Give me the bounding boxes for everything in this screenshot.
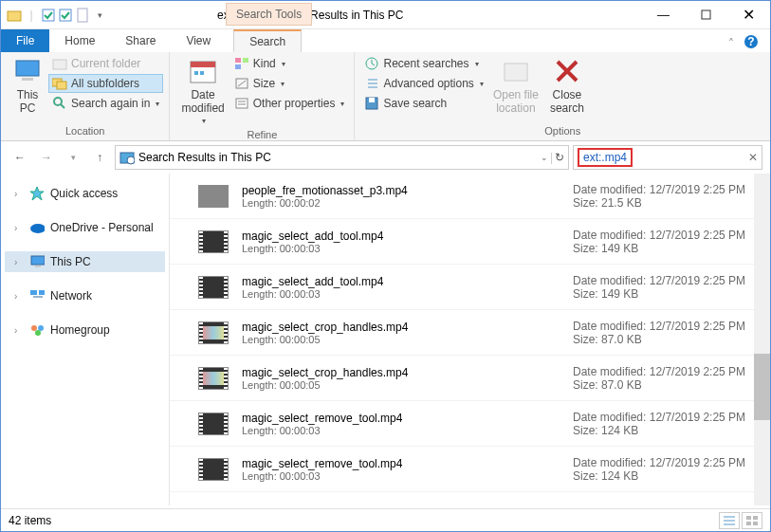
all-subfolders-button[interactable]: All subfolders — [48, 74, 163, 93]
checkbox-icon[interactable] — [41, 8, 56, 23]
result-row[interactable]: magic_select_add_tool.mp4Length: 00:00:0… — [170, 219, 770, 265]
tab-home[interactable]: Home — [49, 29, 110, 52]
checkbox-icon-2[interactable] — [58, 8, 73, 23]
result-meta: Date modified: 12/7/2019 2:25 PMSize: 14… — [573, 274, 762, 301]
this-pc-button[interactable]: This PC — [7, 54, 48, 117]
collapse-ribbon-icon[interactable]: ˄ — [728, 37, 734, 50]
maximize-button[interactable] — [685, 1, 727, 28]
file-name: magic_select_add_tool.mp4 — [242, 275, 573, 288]
sidebar-item-quick-access[interactable]: ›Quick access — [5, 183, 165, 204]
pc-icon — [29, 254, 45, 269]
file-length: Length: 00:00:03 — [242, 243, 573, 254]
tab-view[interactable]: View — [171, 29, 226, 52]
folders-icon — [52, 76, 67, 91]
address-bar[interactable]: Search Results in This PC ⌄ | ↻ — [115, 145, 569, 170]
onedrive-icon — [29, 220, 45, 235]
sidebar-item-network[interactable]: ›Network — [5, 285, 165, 306]
chevron-down-icon: ▾ — [281, 80, 285, 88]
list-icon — [364, 76, 379, 91]
video-thumbnail — [198, 458, 229, 481]
size-icon — [234, 76, 249, 91]
file-date: Date modified: 12/7/2019 2:25 PM — [573, 229, 762, 242]
navigation-pane[interactable]: ›Quick access›OneDrive - Personal›This P… — [1, 174, 170, 505]
up-button[interactable]: ↑ — [88, 146, 111, 169]
result-row[interactable]: magic_select_remove_tool.mp4Length: 00:0… — [170, 401, 770, 447]
address-dropdown-icon[interactable]: ⌄ — [541, 153, 548, 162]
main: ›Quick access›OneDrive - Personal›This P… — [1, 174, 770, 505]
details-view-button[interactable] — [719, 512, 740, 529]
svg-rect-8 — [22, 78, 33, 81]
svg-rect-2 — [60, 9, 71, 21]
result-meta: Date modified: 12/7/2019 2:25 PMSize: 21… — [573, 183, 762, 210]
svg-rect-36 — [31, 256, 45, 265]
tab-share[interactable]: Share — [110, 29, 171, 52]
advanced-options-button[interactable]: Advanced options▾ — [360, 74, 486, 93]
chevron-down-icon: ▾ — [202, 117, 206, 125]
svg-rect-1 — [43, 9, 54, 21]
file-size: Size: 124 KB — [573, 469, 762, 483]
svg-rect-9 — [53, 60, 66, 69]
result-info: magic_select_add_tool.mp4Length: 00:00:0… — [242, 275, 573, 300]
search-folder-icon — [119, 150, 135, 165]
close-search-button[interactable]: Close search — [544, 54, 590, 117]
group-refine: Date modified▾ Kind▾ Size▾ Other propert… — [170, 52, 355, 140]
result-row[interactable]: magic_select_crop_handles.mp4Length: 00:… — [170, 310, 770, 356]
qat-sep: | — [24, 8, 39, 23]
close-button[interactable]: ✕ — [727, 1, 770, 28]
search-again-icon — [52, 96, 67, 111]
result-meta: Date modified: 12/7/2019 2:25 PMSize: 87… — [573, 365, 762, 392]
icons-view-button[interactable] — [742, 512, 762, 529]
clear-search-icon[interactable]: ✕ — [748, 151, 758, 164]
result-row[interactable]: magic_select_remove_tool.mp4Length: 00:0… — [170, 447, 770, 492]
doc-icon[interactable] — [75, 8, 90, 23]
tab-file[interactable]: File — [1, 29, 49, 52]
help-icon[interactable]: ? — [743, 34, 759, 52]
sidebar-item-onedrive---personal[interactable]: ›OneDrive - Personal — [5, 217, 165, 238]
date-modified-button[interactable]: Date modified▾ — [175, 54, 229, 127]
folder-icon — [7, 8, 22, 23]
chevron-right-icon[interactable]: › — [14, 325, 24, 336]
refresh-icon[interactable]: ↻ — [555, 151, 564, 164]
results-list[interactable]: people_fre_motionasset_p3.mp4Length: 00:… — [170, 174, 770, 505]
back-button[interactable]: ← — [9, 146, 31, 169]
svg-point-43 — [35, 330, 41, 336]
result-row[interactable]: people_fre_motionasset_p3.mp4Length: 00:… — [170, 174, 770, 219]
search-again-button[interactable]: Search again in▾ — [48, 94, 163, 113]
tab-search[interactable]: Search — [233, 29, 302, 52]
search-input[interactable]: ext:.mp4 ✕ — [573, 145, 762, 170]
svg-rect-0 — [8, 11, 21, 21]
file-name: magic_select_remove_tool.mp4 — [242, 457, 573, 470]
recent-searches-button[interactable]: Recent searches▾ — [360, 54, 486, 73]
minimize-button[interactable]: — — [642, 1, 685, 28]
file-name: magic_select_crop_handles.mp4 — [242, 366, 573, 379]
svg-rect-31 — [505, 64, 527, 81]
chevron-right-icon[interactable]: › — [14, 223, 24, 233]
kind-button[interactable]: Kind▾ — [230, 54, 349, 73]
chevron-right-icon[interactable]: › — [14, 189, 24, 199]
other-properties-button[interactable]: Other properties▾ — [230, 94, 349, 113]
qat-dropdown-icon[interactable]: ▾ — [92, 8, 107, 23]
chevron-right-icon[interactable]: › — [14, 291, 24, 302]
scrollbar[interactable] — [754, 174, 770, 505]
chevron-right-icon[interactable]: › — [14, 257, 24, 267]
save-search-button[interactable]: Save search — [360, 94, 486, 113]
size-button[interactable]: Size▾ — [230, 74, 349, 93]
result-row[interactable]: magic_select_add_tool.mp4Length: 00:00:0… — [170, 265, 770, 310]
scrollbar-thumb[interactable] — [754, 354, 770, 420]
svg-rect-20 — [235, 64, 241, 69]
file-date: Date modified: 12/7/2019 2:25 PM — [573, 320, 762, 333]
svg-rect-3 — [78, 9, 87, 22]
svg-rect-38 — [30, 290, 37, 295]
sidebar-item-this-pc[interactable]: ›This PC — [5, 251, 165, 272]
breadcrumb[interactable]: Search Results in This PC — [138, 151, 271, 164]
status-bar: 42 items — [1, 508, 770, 531]
window-title: ext:.mp4 - Search Results in This PC — [113, 9, 642, 22]
sidebar-item-homegroup[interactable]: ›Homegroup — [5, 320, 165, 340]
result-row[interactable]: magic_select_crop_handles.mp4Length: 00:… — [170, 356, 770, 401]
file-size: Size: 124 KB — [573, 424, 762, 437]
chevron-down-icon: ▾ — [156, 100, 159, 108]
history-dropdown[interactable]: ▾ — [62, 146, 84, 169]
svg-rect-19 — [243, 58, 248, 63]
result-info: magic_select_crop_handles.mp4Length: 00:… — [242, 321, 573, 345]
close-icon — [552, 56, 582, 86]
